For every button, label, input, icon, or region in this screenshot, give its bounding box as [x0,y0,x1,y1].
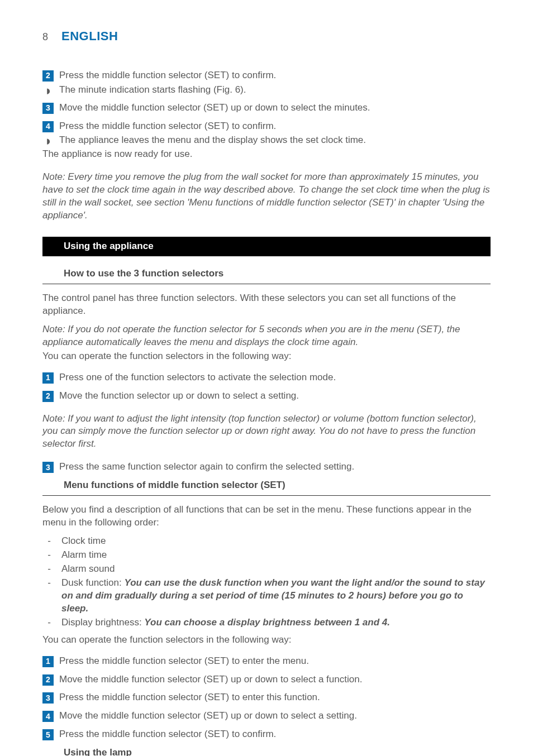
step-text: Press the middle function selector (SET)… [59,655,491,668]
howto-step-3: 3 Press the same function selector again… [42,461,491,473]
menu-step-3: 3 Press the middle function selector (SE… [42,691,491,704]
language-label: ENGLISH [61,28,118,45]
list-item: -Alarm time [42,549,491,562]
list-item: -Alarm sound [42,563,491,576]
list-text: Display brightness: You can choose a dis… [61,616,491,629]
list-text: Alarm sound [61,563,491,576]
step-number-box: 2 [42,674,54,686]
menu-operate-lead: You can operate the function selectors i… [42,634,491,647]
subhead-how-to-use: How to use the 3 function selectors [42,265,491,284]
menu-timeout-note: Note: If you do not operate the function… [42,323,491,349]
step-number-box: 1 [42,656,54,667]
subhead-using-lamp: Using the lamp [42,744,491,756]
result-marker-icon: ◗ [42,136,54,147]
step-number-box: 5 [42,729,54,740]
light-intensity-note: Note: If you want to adjust the light in… [42,413,491,451]
step-text: Press the middle function selector (SET)… [59,120,491,133]
howto-step-2: 2 Move the function selector up or down … [42,390,491,403]
howto-step-1: 1 Press one of the function selectors to… [42,371,491,384]
dash-icon: - [46,577,53,615]
howto-intro: The control panel has three function sel… [42,292,491,318]
menu-intro: Below you find a description of all func… [42,504,491,529]
step-text: Press the middle function selector (SET)… [59,728,491,741]
step-number-box: 3 [42,462,54,473]
menu-step-4: 4 Move the middle function selector (SET… [42,710,491,722]
list-item: -Display brightness: You can choose a di… [42,616,491,629]
step-number-box: 3 [42,103,54,114]
result-marker-icon: ◗ [42,86,54,97]
result-text: The appliance leaves the menu and the di… [59,134,366,147]
list-text: Clock time [61,535,491,548]
plug-note: Note: Every time you remove the plug fro… [42,171,491,222]
operate-lead: You can operate the function selectors i… [42,350,491,363]
list-item: -Clock time [42,535,491,548]
menu-step-2: 2 Move the middle function selector (SET… [42,673,491,686]
dash-icon: - [46,549,53,562]
step-3: 3 Move the middle function selector (SET… [42,102,491,114]
menu-step-5: 5 Press the middle function selector (SE… [42,728,491,741]
step-2: 2 Press the middle function selector (SE… [42,69,491,82]
step-text: Move the function selector up or down to… [59,390,491,403]
step-4: 4 Press the middle function selector (SE… [42,120,491,133]
dash-icon: - [46,563,53,576]
step-4-result: ◗ The appliance leaves the menu and the … [42,134,491,147]
step-number-box: 4 [42,711,54,722]
page-number: 8 [42,30,48,44]
step-number-box: 3 [42,692,54,704]
step-number-box: 2 [42,70,54,82]
step-text: Move the middle function selector (SET) … [59,102,491,114]
step-text: Press the same function selector again t… [59,461,491,473]
menu-functions-list: -Clock time -Alarm time -Alarm sound -Du… [42,535,491,629]
list-text: Dusk function: You can use the dusk func… [61,577,491,615]
step-text: Move the middle function selector (SET) … [59,673,491,686]
step-number-box: 2 [42,391,54,402]
list-item: -Dusk function: You can use the dusk fun… [42,577,491,615]
step-text: Press the middle function selector (SET)… [59,69,491,82]
step-text: Press one of the function selectors to a… [59,371,491,384]
subhead-menu-functions: Menu functions of middle function select… [42,477,491,496]
step-number-box: 4 [42,121,54,132]
list-text: Alarm time [61,549,491,562]
step-text: Press the middle function selector (SET)… [59,691,491,704]
page-header: 8 ENGLISH [42,28,491,45]
result-text: The minute indication starts flashing (F… [59,84,246,97]
step-2-result: ◗ The minute indication starts flashing … [42,84,491,97]
step-number-box: 1 [42,372,54,384]
step-text: Move the middle function selector (SET) … [59,710,491,722]
dash-icon: - [46,616,53,629]
menu-step-1: 1 Press the middle function selector (SE… [42,655,491,668]
ready-line: The appliance is now ready for use. [42,148,491,161]
section-using-appliance: Using the appliance [42,237,491,256]
dash-icon: - [46,535,53,548]
